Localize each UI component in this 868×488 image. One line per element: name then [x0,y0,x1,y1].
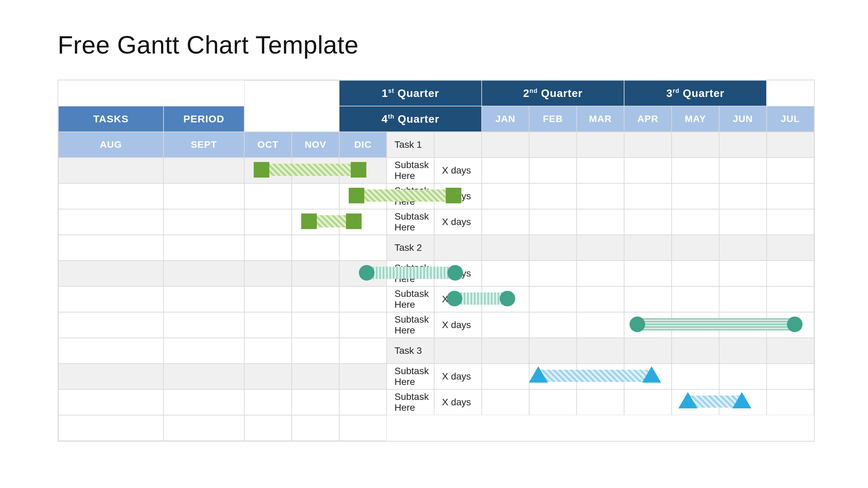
grid-cell [58,364,163,389]
grid-cell [163,158,244,183]
grid-cell [767,389,814,415]
header-q2: 2nd Quarter [482,80,624,106]
grid-cell [163,261,244,286]
task-label: Task 1 [387,132,434,158]
grid-cell [292,338,339,364]
grid-cell [624,338,672,364]
grid-cell [244,338,292,364]
grid-cell [624,209,672,235]
grid-cell [292,235,339,261]
grid-cell [624,235,672,261]
header-month: JUL [767,106,814,132]
header-month: JUN [719,106,767,132]
grid-cell [292,312,339,338]
grid-cell [339,158,387,183]
grid-cell [767,132,814,158]
grid-cell [244,158,292,183]
grid-cell [339,415,387,441]
grid-cell [339,312,387,338]
grid-cell [624,312,672,338]
header-month: SEPT [163,132,244,158]
grid-cell [577,338,624,364]
grid-cell [244,235,292,261]
subtask-label: Subtask Here [387,183,434,209]
header-month: OCT [244,132,292,158]
grid-cell [624,132,672,158]
grid-cell [482,183,529,209]
grid-cell [672,389,719,415]
task-label: Task 2 [387,235,434,261]
grid-cell [58,158,163,183]
grid-cell [244,312,292,338]
grid-cell [244,209,292,235]
grid-cell [482,158,529,183]
grid-cell [339,235,387,261]
grid-cell [719,132,767,158]
grid-cell [163,415,244,441]
grid-cell [529,338,577,364]
grid-cell [482,209,529,235]
grid-cell [577,132,624,158]
header-month: MAY [672,106,719,132]
grid-cell [244,183,292,209]
header-tasks: TASKS [58,106,163,132]
period-cell: X days [434,389,482,415]
grid-cell [482,286,529,312]
grid-cell [339,389,387,415]
period-cell: X days [434,312,482,338]
grid-cell [767,261,814,286]
header-period: PERIOD [163,106,244,132]
grid-cell [577,209,624,235]
grid-cell [719,364,767,389]
grid-cell [163,209,244,235]
grid-cell [58,338,163,364]
grid-cell [672,235,719,261]
grid-cell [163,235,244,261]
grid-cell [624,286,672,312]
grid-cell [339,364,387,389]
subtask-label: Subtask Here [387,261,434,286]
grid-cell [482,235,529,261]
grid-cell [577,364,624,389]
grid-cell [529,209,577,235]
grid-cell [719,389,767,415]
grid-cell [339,183,387,209]
header-month: FEB [529,106,577,132]
grid-cell [672,312,719,338]
task-label: Task 3 [387,338,434,364]
period-cell: X days [434,286,482,312]
grid-cell [577,261,624,286]
grid-cell [577,235,624,261]
grid-cell [577,286,624,312]
grid-cell [244,286,292,312]
grid-cell [719,209,767,235]
grid-cell [577,312,624,338]
grid-cell [719,158,767,183]
grid-cell [163,389,244,415]
grid-cell [624,389,672,415]
header-month: APR [624,106,672,132]
grid-cell [529,312,577,338]
grid-cell [672,364,719,389]
gantt-grid: 1st Quarter 2nd Quarter 3rd Quarter 4th … [58,80,815,442]
grid-cell [292,183,339,209]
grid-cell [767,312,814,338]
subtask-label: Subtask Here [387,286,434,312]
grid-cell [719,338,767,364]
period-cell: X days [434,261,482,286]
grid-cell [292,415,339,441]
grid-cell [529,235,577,261]
grid-cell [339,261,387,286]
grid-cell [58,261,163,286]
grid-cell [163,286,244,312]
header-month: NOV [292,132,339,158]
grid-cell [672,158,719,183]
grid-cell [767,338,814,364]
period-cell: X days [434,183,482,209]
period-cell [434,338,482,364]
grid-cell [624,158,672,183]
grid-cell [339,338,387,364]
grid-cell [482,364,529,389]
grid-cell [719,183,767,209]
grid-cell [244,364,292,389]
